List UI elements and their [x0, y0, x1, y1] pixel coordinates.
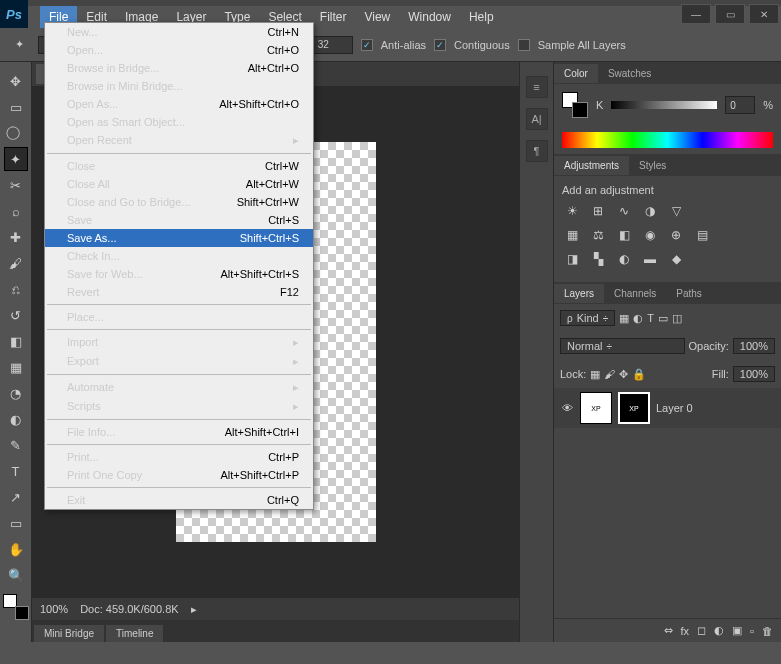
hand-tool[interactable]: ✋: [4, 537, 28, 561]
layers-tab[interactable]: Layers: [554, 284, 604, 303]
color-tab[interactable]: Color: [554, 64, 598, 83]
file-menu-item[interactable]: Save for Web...Alt+Shift+Ctrl+S: [45, 265, 313, 283]
photo-filter-icon[interactable]: ◉: [640, 226, 660, 244]
new-group-icon[interactable]: ▣: [732, 624, 742, 637]
paragraph-panel-icon[interactable]: ¶: [526, 140, 548, 162]
vibrance-icon[interactable]: ▽: [666, 202, 686, 220]
history-panel-icon[interactable]: ≡: [526, 76, 548, 98]
lasso-tool[interactable]: ⃝: [4, 121, 28, 145]
lock-transparency-icon[interactable]: ▦: [590, 368, 600, 381]
k-value-input[interactable]: [725, 96, 755, 114]
maximize-button[interactable]: ▭: [715, 4, 745, 24]
file-menu-item[interactable]: File Info...Alt+Shift+Ctrl+I: [45, 423, 313, 441]
lock-all-icon[interactable]: 🔒: [632, 368, 646, 381]
layer-style-icon[interactable]: fx: [681, 625, 690, 637]
bw-icon[interactable]: ◧: [614, 226, 634, 244]
filter-kind-select[interactable]: ρ Kind ÷: [560, 310, 615, 326]
menu-view[interactable]: View: [355, 6, 399, 28]
brush-tool[interactable]: 🖌: [4, 251, 28, 275]
file-menu-item[interactable]: Open Recent▸: [45, 131, 313, 150]
layer-mask-thumbnail[interactable]: XP: [618, 392, 650, 424]
menu-help[interactable]: Help: [460, 6, 503, 28]
layer-thumbnail[interactable]: XP: [580, 392, 612, 424]
color-ramp[interactable]: [562, 132, 773, 148]
file-menu-item[interactable]: Scripts▸: [45, 397, 313, 416]
opacity-input[interactable]: 100%: [733, 338, 775, 354]
minimize-button[interactable]: —: [681, 4, 711, 24]
stamp-tool[interactable]: ⎌: [4, 277, 28, 301]
adjustments-tab[interactable]: Adjustments: [554, 156, 629, 175]
zoom-tool[interactable]: 🔍: [4, 563, 28, 587]
levels-icon[interactable]: ⊞: [588, 202, 608, 220]
file-menu-item[interactable]: Print...Ctrl+P: [45, 448, 313, 466]
delete-layer-icon[interactable]: 🗑: [762, 625, 773, 637]
exposure-icon[interactable]: ◑: [640, 202, 660, 220]
shape-tool[interactable]: ▭: [4, 511, 28, 535]
blur-tool[interactable]: ◔: [4, 381, 28, 405]
file-menu-item[interactable]: Automate▸: [45, 378, 313, 397]
new-layer-icon[interactable]: ▫: [750, 625, 754, 637]
fill-input[interactable]: 100%: [733, 366, 775, 382]
dodge-tool[interactable]: ◐: [4, 407, 28, 431]
file-menu-item[interactable]: Close and Go to Bridge...Shift+Ctrl+W: [45, 193, 313, 211]
move-tool[interactable]: ✥: [4, 69, 28, 93]
invert-icon[interactable]: ◨: [562, 250, 582, 268]
type-tool[interactable]: T: [4, 459, 28, 483]
healing-tool[interactable]: ✚: [4, 225, 28, 249]
lock-position-icon[interactable]: ✥: [619, 368, 628, 381]
gradient-map-icon[interactable]: ▬: [640, 250, 660, 268]
file-menu-item[interactable]: Open as Smart Object...: [45, 113, 313, 131]
layer-row[interactable]: 👁 XP XP Layer 0: [554, 388, 781, 428]
gradient-tool[interactable]: ▦: [4, 355, 28, 379]
visibility-icon[interactable]: 👁: [560, 401, 574, 415]
magic-wand-tool[interactable]: ✦: [4, 147, 28, 171]
file-menu-item[interactable]: Open As...Alt+Shift+Ctrl+O: [45, 95, 313, 113]
antialias-checkbox[interactable]: ✓: [361, 39, 373, 51]
file-menu-item[interactable]: Open...Ctrl+O: [45, 41, 313, 59]
layer-mask-icon[interactable]: ◻: [697, 624, 706, 637]
new-fill-icon[interactable]: ◐: [714, 624, 724, 637]
file-menu-item[interactable]: Place...: [45, 308, 313, 326]
file-menu-item[interactable]: RevertF12: [45, 283, 313, 301]
tolerance-input[interactable]: [313, 36, 353, 54]
file-menu-item[interactable]: Export▸: [45, 352, 313, 371]
curves-icon[interactable]: ∿: [614, 202, 634, 220]
swatches-tab[interactable]: Swatches: [598, 64, 661, 83]
status-arrow-icon[interactable]: ▸: [191, 603, 197, 616]
channels-tab[interactable]: Channels: [604, 284, 666, 303]
file-menu-item[interactable]: CloseCtrl+W: [45, 157, 313, 175]
balance-icon[interactable]: ⚖: [588, 226, 608, 244]
filter-smart-icon[interactable]: ◫: [672, 312, 682, 325]
filter-shape-icon[interactable]: ▭: [658, 312, 668, 325]
menu-window[interactable]: Window: [399, 6, 460, 28]
filter-adjust-icon[interactable]: ◐: [633, 312, 643, 325]
contiguous-checkbox[interactable]: ✓: [434, 39, 446, 51]
menu-filter[interactable]: Filter: [311, 6, 356, 28]
file-menu-item[interactable]: ExitCtrl+Q: [45, 491, 313, 509]
file-menu-item[interactable]: Browse in Bridge...Alt+Ctrl+O: [45, 59, 313, 77]
styles-tab[interactable]: Styles: [629, 156, 676, 175]
lookup-icon[interactable]: ▤: [692, 226, 712, 244]
sample-all-checkbox[interactable]: [518, 39, 530, 51]
eraser-tool[interactable]: ◧: [4, 329, 28, 353]
file-menu-item[interactable]: Close AllAlt+Ctrl+W: [45, 175, 313, 193]
hue-icon[interactable]: ▦: [562, 226, 582, 244]
history-brush-tool[interactable]: ↺: [4, 303, 28, 327]
color-picker-swatches[interactable]: [562, 92, 588, 118]
close-window-button[interactable]: ✕: [749, 4, 779, 24]
file-menu-item[interactable]: Import▸: [45, 333, 313, 352]
link-layers-icon[interactable]: ⇔: [664, 624, 673, 637]
zoom-level[interactable]: 100%: [40, 603, 68, 615]
file-menu-item[interactable]: Save As...Shift+Ctrl+S: [45, 229, 313, 247]
crop-tool[interactable]: ✂: [4, 173, 28, 197]
paths-tab[interactable]: Paths: [666, 284, 712, 303]
file-menu-item[interactable]: Browse in Mini Bridge...: [45, 77, 313, 95]
path-tool[interactable]: ↗: [4, 485, 28, 509]
posterize-icon[interactable]: ▚: [588, 250, 608, 268]
marquee-tool[interactable]: ▭: [4, 95, 28, 119]
selective-color-icon[interactable]: ◆: [666, 250, 686, 268]
channel-mixer-icon[interactable]: ⊕: [666, 226, 686, 244]
filter-type-icon[interactable]: T: [647, 312, 654, 324]
color-swatches[interactable]: [3, 594, 29, 620]
mini-bridge-tab[interactable]: Mini Bridge: [34, 625, 104, 642]
